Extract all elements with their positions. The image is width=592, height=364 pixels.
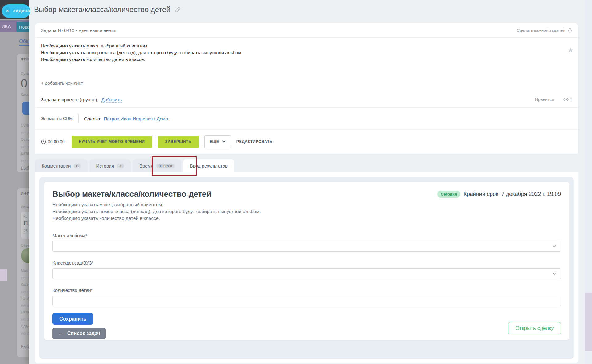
like-button[interactable]: Нравится <box>535 97 554 102</box>
close-icon[interactable]: ✕ <box>4 7 10 15</box>
tab-time-label: Время <box>139 163 153 168</box>
clock-icon <box>41 139 46 144</box>
more-button-label: ЕЩЁ <box>210 140 219 144</box>
album-layout-label: Макет альбома* <box>52 233 561 238</box>
chevron-down-icon <box>552 245 557 248</box>
edit-button[interactable]: РЕДАКТИРОВАТЬ <box>236 140 273 144</box>
close-task-pill[interactable]: ✕ ЗАДАЧА <box>2 4 30 18</box>
tab-results-input[interactable]: Ввод результатов <box>183 159 234 172</box>
results-form-card: Выбор макета/класса/количество детей Сег… <box>44 182 569 340</box>
task-description: Необходимо указать макет, выбранный клие… <box>41 42 572 63</box>
info-client-label: Клие <box>21 205 29 209</box>
info-row-label: ТЗ ма <box>21 296 29 301</box>
finance-card-link: Выбр <box>21 166 29 171</box>
page-title: Выбор макета/класса/количество детей <box>34 5 171 14</box>
finance-row-value: не з <box>21 144 29 149</box>
finance-row-value: не з <box>21 158 29 163</box>
open-deal-button[interactable]: Открыть сделку <box>508 322 561 334</box>
eye-icon <box>563 98 569 101</box>
background-finance-card: ФИНА Сумм 0 Касса Сумм не з Оста не з Да… <box>17 54 29 172</box>
form-description-line: Необходимо указать количество детей в кл… <box>52 215 561 222</box>
info-row-label: Дата <box>21 310 29 314</box>
chevron-down-icon <box>552 272 557 275</box>
tab-history-badge: 1 <box>117 164 124 168</box>
class-label: Класс/дет.сад/ВУЗ* <box>52 260 561 265</box>
form-description-line: Необходимо указать макет, выбранный клие… <box>52 201 561 208</box>
finish-task-button[interactable]: ЗАВЕРШИТЬ <box>158 136 199 148</box>
tab-history[interactable]: История 1 <box>89 159 131 172</box>
mini-card-line: Ко <box>23 215 27 218</box>
chevron-down-icon <box>222 140 226 143</box>
info-row-label: Коли <box>21 282 29 287</box>
page-right-edge-accent <box>585 293 592 351</box>
add-checklist-label: добавить чек-лист <box>45 81 83 86</box>
task-description-line: Необходимо указать номер класса (дет.сад… <box>41 49 572 56</box>
finance-kassa-label: Касса <box>21 92 29 97</box>
finance-row-label: Оста <box>21 137 29 142</box>
info-row-label: Мак <box>21 269 28 273</box>
tab-content-card: Выбор макета/класса/количество детей Сег… <box>35 172 578 363</box>
mini-card-line: 25 <box>23 229 28 233</box>
more-button[interactable]: ЕЩЁ <box>204 135 231 148</box>
save-button[interactable]: Сохранить <box>52 313 93 325</box>
info-row-value: не з <box>21 303 29 308</box>
flame-icon <box>568 28 572 33</box>
make-important-button[interactable]: Сделать важной задачей <box>517 28 572 33</box>
finance-row-value: не з <box>21 130 29 135</box>
task-status: Задача № 6410 - ждет выполнения <box>41 28 116 33</box>
task-description-line: Необходимо указать количество детей в кл… <box>41 56 572 63</box>
sidebar-purple-tab-label: ИКА <box>2 24 11 29</box>
form-title: Выбор макета/класса/количество детей <box>52 189 212 199</box>
tab-history-label: История <box>96 163 114 168</box>
info-card-header: ИНФ <box>21 192 29 196</box>
tab-comments-label: Комментарии <box>42 163 71 168</box>
tab-comments-badge: 0 <box>74 164 80 168</box>
info-row-label: Сдач <box>21 324 29 328</box>
tab-comments[interactable]: Комментарии 0 <box>35 159 88 172</box>
project-label: Задача в проекте (группе): <box>41 97 98 102</box>
task-slideover-panel: Выбор макета/класса/количество детей Зад… <box>29 0 585 364</box>
time-tracker: 00:00:00 <box>41 139 65 144</box>
background-blue-button <box>22 102 29 115</box>
info-row-value: не з <box>21 275 29 280</box>
plus-icon: + <box>41 81 43 86</box>
deal-link[interactable]: Петров Иван Игоревич / Демо <box>104 116 168 121</box>
viewers-counter: 1 <box>563 97 572 102</box>
vertical-divider <box>78 114 79 123</box>
finance-row-label: Сумм <box>21 123 29 127</box>
task-description-line: Необходимо указать макет, выбранный клие… <box>41 42 572 49</box>
children-count-input[interactable] <box>53 296 561 306</box>
deal-label: Сделка: <box>84 116 101 121</box>
project-row: Задача в проекте (группе): Добавить <box>41 97 122 102</box>
background-lavender-block <box>0 269 7 281</box>
copy-link-icon[interactable] <box>175 7 181 13</box>
album-layout-select[interactable] <box>52 241 561 252</box>
task-tabs: Комментарии 0 История 1 Время 00:00:00 В… <box>35 159 234 172</box>
task-list-button[interactable]: ← Список задач <box>52 328 106 339</box>
timer-value: 00:00:00 <box>48 139 65 144</box>
task-card: Задача № 6410 - ждет выполнения Сделать … <box>35 23 578 154</box>
start-time-tracking-button[interactable]: НАЧАТЬ УЧЕТ МОЕГО ВРЕМЕНИ <box>72 136 152 148</box>
add-checklist-link[interactable]: + добавить чек-лист <box>41 81 572 91</box>
form-description: Необходимо указать макет, выбранный клие… <box>52 201 561 222</box>
children-count-label: Количество детей* <box>52 288 561 293</box>
finance-card-header: ФИНА <box>21 57 29 61</box>
background-tab-general: Общ <box>19 39 29 46</box>
form-description-line: Необходимо указать номер класса (дет.сад… <box>52 208 561 215</box>
make-important-label: Сделать важной задачей <box>517 28 565 33</box>
crm-elements-label: Элементы CRM <box>41 116 73 121</box>
info-row-value: не з <box>21 289 29 294</box>
deadline-text: Крайний срок: 7 декабря 2022 г. 19:09 <box>463 191 561 197</box>
arrow-left-icon: ← <box>58 330 64 337</box>
background-info-card: ИНФ Клие Ко П 25 Отве Мак не з Коли не з… <box>17 188 29 357</box>
avatar <box>21 248 29 263</box>
close-pill-label: ЗАДАЧА <box>13 9 30 13</box>
finance-sum-label: Сумм <box>21 71 29 76</box>
project-add-link[interactable]: Добавить <box>101 97 122 103</box>
info-row-value: не з <box>21 330 29 336</box>
class-select[interactable] <box>52 268 561 279</box>
viewers-count: 1 <box>570 97 572 102</box>
favorite-star-icon[interactable]: ★ <box>568 47 574 53</box>
tab-time[interactable]: Время 00:00:00 <box>133 159 181 172</box>
finance-row-label: Дата <box>21 151 29 156</box>
